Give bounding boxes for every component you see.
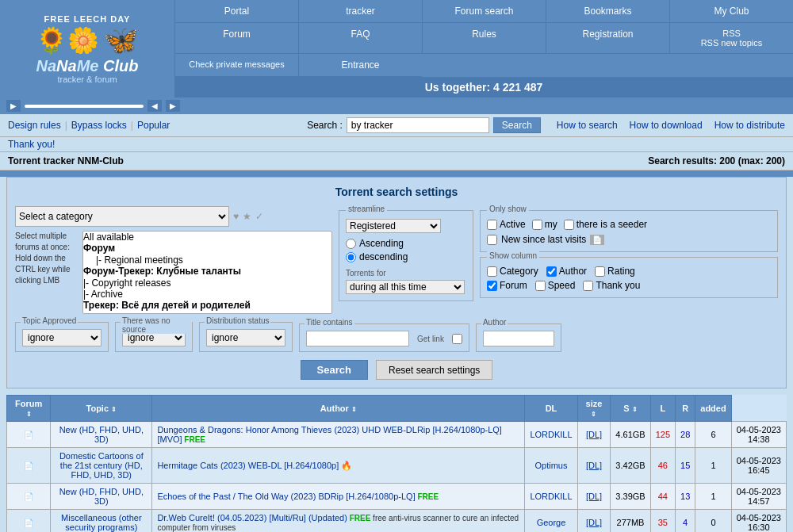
author-input[interactable]	[483, 331, 554, 346]
how-to-search-link[interactable]: How to search	[557, 120, 618, 131]
forum-hint: Select multiple forums at once:Hold down…	[15, 231, 79, 314]
size-sort-icon[interactable]: ⇕	[591, 411, 596, 418]
nav-faq[interactable]: FAQ	[298, 23, 422, 54]
reset-search-button[interactable]: Reset search settings	[376, 360, 492, 380]
main-content: Torrent search settings Select a categor…	[0, 177, 793, 532]
col-rating-checkbox[interactable]	[595, 266, 605, 277]
nav-rules[interactable]: Rules	[422, 23, 546, 54]
nav-my-club[interactable]: My Club	[669, 0, 793, 23]
author-sort-icon[interactable]: ⇕	[351, 406, 357, 413]
play-button[interactable]: ▶	[6, 100, 21, 112]
new-since-checkbox[interactable]	[487, 235, 497, 245]
dl-link[interactable]: [DL]	[586, 461, 602, 470]
col-category-checkbox[interactable]	[487, 266, 497, 277]
streamline-section: streamline Registered All Unregistered A…	[339, 210, 473, 301]
player-track	[25, 105, 144, 108]
flowers-icon: 🌻🌼	[36, 25, 99, 55]
get-link-checkbox[interactable]	[452, 334, 462, 344]
seeder-checkbox[interactable]	[564, 220, 574, 230]
topic-col: Dr.Web CureIt! (04.05.2023) [Multi/Ru] (…	[152, 510, 525, 533]
dl-link[interactable]: [DL]	[586, 518, 602, 527]
nav-forum-search[interactable]: Forum search	[422, 0, 546, 23]
nav-forum[interactable]: Forum	[174, 23, 298, 54]
forum-item-talents[interactable]: Форум-Трекер: Клубные таланты	[83, 266, 331, 277]
nav-rss[interactable]: RSSRSS new topics	[669, 23, 793, 54]
col-thankyou-checkbox[interactable]	[583, 281, 593, 291]
topic-link[interactable]: Dr.Web CureIt! (04.05.2023) [Multi/Ru] (…	[157, 513, 347, 522]
forum-sort-icon[interactable]: ⇕	[26, 411, 32, 418]
nav-entrance[interactable]: Entrance	[298, 54, 422, 77]
torrents-for-select[interactable]: during all this time today yesterday las…	[346, 280, 465, 294]
s-col: 125	[650, 422, 675, 448]
search-input[interactable]	[347, 117, 489, 133]
seeder-label: there is a seeder	[564, 219, 647, 230]
prev-button[interactable]: ◀	[147, 100, 162, 112]
popular-link[interactable]: Popular	[137, 120, 170, 131]
main-search-button[interactable]: Search	[301, 360, 368, 380]
filter-row: Topic Approved ignore yes no There was n…	[15, 322, 778, 352]
results-section: Forum ⇕ Topic ⇕ Author ⇕ DL size ⇕ S ⇕ L…	[6, 395, 787, 532]
topic-approved-select[interactable]: ignore yes no	[22, 329, 102, 346]
right-options: Only show Active my there is a seeder	[480, 210, 778, 298]
design-rules-link[interactable]: Design rules	[8, 120, 61, 131]
butterfly-icon: 🦋	[103, 24, 139, 57]
col-author-checkbox[interactable]	[546, 266, 557, 277]
forum-list[interactable]: All available Форум |- Regional meetings…	[82, 231, 332, 314]
col-dl-header: DL	[525, 396, 577, 422]
forum-item-archive[interactable]: |- Archive	[83, 289, 331, 300]
size-col: 3.42GB	[611, 448, 650, 484]
dl-link[interactable]: [DL]	[586, 430, 602, 439]
active-checkbox[interactable]	[487, 220, 497, 230]
dl-link[interactable]: [DL]	[586, 492, 602, 501]
only-show-legend: Only show	[487, 205, 529, 213]
category-select[interactable]: Select a category	[15, 206, 229, 227]
col-l-header: L	[650, 396, 675, 422]
registered-select[interactable]: Registered All Unregistered	[346, 219, 441, 233]
forum-item-all[interactable]: All available	[83, 232, 331, 243]
s-sort-icon[interactable]: ⇕	[632, 406, 638, 413]
how-to-distribute-link[interactable]: How to distribute	[714, 120, 785, 131]
nav-tracker[interactable]: tracker	[298, 0, 422, 23]
thank-you-link[interactable]: Thank you!	[8, 139, 55, 150]
forum-item-children[interactable]: Трекер: Всё для детей и родителей	[83, 300, 331, 311]
topic-link[interactable]: Hermitage Cats (2023) WEB-DL [H.264/1080…	[157, 461, 352, 470]
col-forum-checkbox[interactable]	[487, 281, 497, 291]
author-link[interactable]: LORDKILL	[530, 492, 572, 501]
col-forum-label: Forum	[487, 280, 527, 291]
author-link[interactable]: LORDKILL	[530, 430, 572, 439]
search-settings-title: Torrent search settings	[15, 186, 778, 198]
nav-registration[interactable]: Registration	[546, 23, 669, 54]
my-checkbox[interactable]	[532, 220, 542, 230]
nav-bookmarks[interactable]: Bookmarks	[546, 0, 669, 23]
title-contains-input[interactable]	[306, 331, 409, 346]
forum-item-forum[interactable]: Форум	[83, 243, 331, 254]
topic-sort-icon[interactable]: ⇕	[111, 406, 117, 413]
dl-col: [DL]	[577, 422, 611, 448]
author-link[interactable]: George	[537, 518, 566, 527]
nav-check-pm[interactable]: Check private messages	[174, 54, 298, 77]
topic-link[interactable]: Dungeons & Dragons: Honor Among Thieves …	[157, 425, 502, 444]
header-top: FREE LEECH DAY 🌻🌼 🦋 NaNaMe Club tracker …	[0, 0, 793, 98]
dl-col: [DL]	[577, 484, 611, 510]
col-size-header: size ⇕	[577, 396, 611, 422]
l-col: 15	[676, 448, 695, 484]
author-link[interactable]: Optimus	[534, 461, 567, 470]
next-button[interactable]: ▶	[166, 100, 180, 112]
distribution-status-select[interactable]: ignore seeded not seeded	[206, 329, 285, 346]
added-col: 04-05-202314:57	[731, 484, 786, 510]
forum-item-regional[interactable]: |- Regional meetings	[83, 255, 331, 266]
topic-link[interactable]: Echoes of the Past / The Old Way (2023) …	[157, 492, 415, 501]
nav-portal[interactable]: Portal	[174, 0, 298, 23]
ascending-radio[interactable]	[346, 239, 356, 249]
free-label: FREE	[347, 514, 370, 522]
size-col: 4.61GB	[611, 422, 650, 448]
col-speed-checkbox[interactable]	[535, 281, 546, 291]
r-col: 1	[695, 484, 731, 510]
forum-item-copyright[interactable]: |- Copyright releases	[83, 277, 331, 289]
search-button[interactable]: Search	[493, 117, 541, 133]
bypass-locks-link[interactable]: Bypass locks	[71, 120, 127, 131]
how-to-download-link[interactable]: How to download	[630, 120, 703, 131]
forum-item-video[interactable]: Video	[83, 312, 331, 314]
descending-radio[interactable]	[346, 252, 356, 262]
forum-col: Domestic Cartoons of the 21st century (H…	[51, 448, 152, 484]
